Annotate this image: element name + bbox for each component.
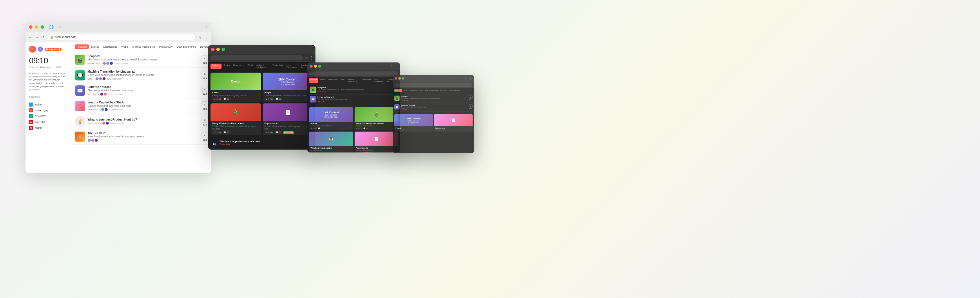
dark-addr-4[interactable] [395, 83, 473, 87]
dark-posture-item[interactable]: 👁️ Watches your posture as you browse Pr… [210, 139, 313, 149]
read-more-link[interactable]: Read more → [29, 96, 43, 98]
d3-card-1[interactable]: 1M+ Content 100+ Sources in a single app… [309, 107, 353, 130]
max-dot-4[interactable] [402, 77, 404, 80]
dark-address-bar[interactable] [210, 55, 303, 61]
dark-tab-stories[interactable]: Stories [222, 64, 231, 69]
tab-productivity[interactable]: Productivity [158, 45, 175, 49]
new-tab-button[interactable]: + [205, 24, 208, 30]
dark-star-btn[interactable]: ☆ [305, 56, 308, 60]
close-dot-3[interactable] [310, 65, 313, 68]
venture-vote-btn[interactable]: ▲ [201, 101, 208, 107]
dark-tab-ai[interactable]: Artificial Intelligence [255, 64, 270, 69]
product-item-venture[interactable]: 🏗️ Venture Capital Tool Stack Design, bu… [72, 98, 211, 114]
d3-card-2[interactable]: 🎄 Merry Christmas Illustrations 510 free… [355, 107, 399, 130]
tip-info: What is your best Product Hunt tip? Disc… [88, 118, 199, 125]
back-button[interactable]: ← [29, 35, 32, 40]
tab-stories[interactable]: Stories [89, 45, 101, 49]
letter-vote-btn[interactable]: ▲ [201, 86, 208, 92]
bookmark-button[interactable]: ☆ [198, 35, 202, 40]
dark-card-carrot[interactable]: Carrot Carrot Earn your audience's ongoi… [210, 73, 261, 102]
more-btn-4[interactable]: ⋮ [469, 77, 472, 80]
dark-tab-featured[interactable]: Featured [210, 64, 221, 69]
d4-letter-item[interactable]: ✉️ Letter to Yourself The new phone for … [394, 103, 473, 112]
tav1 [102, 122, 105, 125]
d3-tab-ai[interactable]: Artificial Intelligence [347, 78, 361, 83]
min-dot-3[interactable] [314, 65, 317, 68]
d3-card-3[interactable]: 👁️ Watches your posture as you browse ▲ … [309, 131, 353, 152]
d3-tab-ux[interactable]: User Experience [373, 78, 385, 83]
product-item-machine[interactable]: 💬 Machine Translation by Lingvanex Claim… [72, 68, 211, 83]
d4-card-1[interactable]: 1M+ Content 100+ Sources in a single app… [394, 114, 433, 131]
d4-featured[interactable]: Featured [394, 89, 402, 92]
star-btn-3[interactable]: ☆ [390, 64, 393, 68]
close-dot-4[interactable] [395, 77, 397, 80]
refresh-button[interactable]: ↺ [41, 35, 45, 40]
d4-more[interactable]: › [461, 89, 462, 92]
machine-vote-btn[interactable]: ▲ [201, 70, 208, 76]
tab-ai[interactable]: Artificial Intelligence [130, 45, 157, 49]
close-dot[interactable] [29, 25, 32, 29]
tip-vote-btn[interactable]: ▲ [201, 117, 208, 123]
max-dot-2[interactable] [221, 48, 225, 51]
d4-ux[interactable]: User Experience [449, 89, 461, 92]
max-dot-3[interactable] [318, 65, 321, 68]
product-item-letter[interactable]: ✉️ Letter to Yourself The new phone for … [72, 83, 211, 98]
min-dot-2[interactable] [216, 48, 220, 51]
dark-more-btn[interactable]: ⋮ [310, 56, 313, 60]
dark-card-christmas[interactable]: 🎄 Merry Christmas Illustrations 510 free… [210, 103, 261, 135]
sidebar-link-youtube[interactable]: ▶ YouTube [29, 119, 68, 125]
d4-prod[interactable]: Productivity [439, 89, 448, 92]
d4-s-vote-btn[interactable]: ▲ [469, 96, 473, 99]
new-tab-btn-2[interactable]: + [229, 47, 231, 51]
d3-tab-prod[interactable]: Productivity [361, 78, 372, 83]
sidebar-link-twitter[interactable]: T Twitter [29, 102, 68, 107]
tab-ux[interactable]: User Experience [175, 45, 198, 49]
avatar-3 [110, 62, 113, 65]
address-bar[interactable]: 🔒 producthunt.com [47, 34, 196, 40]
dark-tab-web3[interactable]: Web3 [246, 64, 254, 69]
more-btn-3[interactable]: ⋮ [395, 64, 398, 68]
product-item-soapbox[interactable]: 🎬 Soapbox The fastest & easiest way to c… [72, 52, 211, 68]
d3-tab-web3[interactable]: Web3 [339, 78, 347, 83]
tab-featured[interactable]: Featured [75, 45, 89, 49]
d3-tab-disc[interactable]: Discussions [327, 78, 339, 83]
d4-soapbox-item[interactable]: 🎬 Soapbox The fastest & easiest way to c… [394, 94, 473, 103]
d4-disc[interactable]: Discussions [409, 89, 418, 92]
s1-info: The S-1 Club 400+ handcrafted icons free… [88, 131, 199, 142]
tab-web3[interactable]: Web3 [119, 45, 130, 49]
forward-button[interactable]: → [35, 35, 39, 40]
sidebar-link-netflix[interactable]: N Netflix [29, 125, 68, 131]
dark-card-paperless[interactable]: 📄 Paperless.io Create animated videos, m… [262, 103, 313, 135]
dark-tab-ux[interactable]: User Experience [285, 64, 298, 69]
d4-stories[interactable]: Stories [402, 89, 409, 92]
d3-item-soapbox[interactable]: 🎬 Soapbox The fastest & easiest way to c… [310, 85, 398, 95]
tab-discussions[interactable]: Discussions [102, 45, 119, 49]
tab-close-icon[interactable]: ✕ [58, 25, 61, 29]
dark-tab-discussions[interactable]: Discussions [232, 64, 246, 69]
youtube-icon: ▶ [29, 120, 33, 124]
tip-comments: 38 comments [110, 122, 124, 125]
s1-vote-btn[interactable]: ▲ [201, 132, 208, 138]
d3-item-letter[interactable]: ✉️ Letter to Yourself The new phone for … [310, 95, 398, 104]
d3-card-4[interactable]: 📄 Paperless.io Create animated videos ▲ … [355, 131, 399, 152]
d4-card-2[interactable]: 📄 Paperless.io Animated videos [434, 114, 473, 131]
minimize-dot[interactable] [35, 25, 38, 29]
d3-tab-stories[interactable]: Stories [319, 78, 327, 83]
min-dot-4[interactable] [398, 77, 401, 80]
dark-card-prepair[interactable]: 1M+ Content 100+ Sources in a single app… [262, 73, 313, 102]
vote-up-button[interactable]: ▲ [201, 55, 208, 61]
more-button[interactable]: ⋮ [204, 35, 208, 40]
sidebar-link-chatgpt[interactable]: C ChatGPT [29, 113, 68, 119]
d3-tab-featured[interactable]: Featured [309, 78, 318, 83]
d4-l-vote-btn[interactable]: ▲ [469, 104, 473, 107]
star-btn-4[interactable]: ☆ [465, 77, 468, 80]
sidebar-link-gmail[interactable]: M Inbox (23) [29, 107, 68, 113]
maximize-dot[interactable] [41, 25, 44, 29]
close-dot-2[interactable] [211, 48, 215, 51]
dark-addr-3[interactable] [309, 71, 398, 75]
product-item-tip[interactable]: 💡 What is your best Product Hunt tip? Di… [72, 114, 211, 129]
dark-tab-productivity[interactable]: Productivity [271, 64, 285, 69]
product-item-s1[interactable]: 🎨 The S-1 Club 400+ handcrafted icons fr… [72, 129, 211, 145]
d4-web3[interactable]: Web3 [418, 89, 424, 92]
d4-ai[interactable]: Artificial Intelligence [424, 89, 439, 92]
